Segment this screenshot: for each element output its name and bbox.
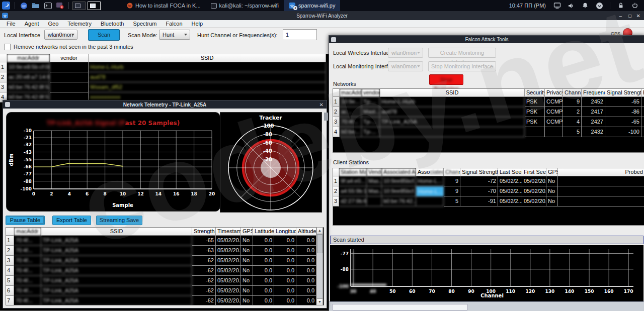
scan-mode-select[interactable]: Hunt — [159, 30, 190, 40]
table-cell[interactable]: 05/02/2... — [498, 186, 522, 196]
table-cell[interactable]: 0.0 — [296, 266, 316, 276]
table-cell[interactable]: -65 — [605, 97, 641, 107]
row-header[interactable]: 2 — [333, 186, 339, 196]
workspace-1[interactable] — [72, 2, 86, 10]
table-cell[interactable] — [641, 97, 644, 107]
column-header[interactable]: Signal Strength — [605, 89, 641, 97]
table-cell[interactable]: 05/02/20... — [216, 246, 241, 256]
table-cell[interactable]: 05/02/20... — [522, 176, 546, 186]
table-cell[interactable]: No — [546, 196, 558, 206]
row-header[interactable]: 1 — [0, 62, 7, 72]
row-header[interactable]: 3 — [333, 196, 339, 206]
row-header[interactable]: 3 — [333, 117, 340, 127]
table-cell[interactable]: 9f:a4:e0... — [339, 176, 367, 186]
display-icon[interactable] — [552, 1, 562, 10]
table-cell[interactable]: 0.0 — [296, 256, 316, 266]
table-cell[interactable]: 70:4f... — [14, 236, 41, 246]
table-cell[interactable]: 70:4f... — [14, 246, 41, 256]
table-cell[interactable]: 0.0 — [274, 236, 296, 246]
export-table-button[interactable]: Export Table — [52, 216, 91, 225]
table-cell[interactable] — [380, 127, 525, 137]
column-header[interactable]: SSID — [89, 54, 326, 62]
column-header[interactable]: Last Seen — [498, 168, 522, 176]
table-cell[interactable]: -70 — [460, 186, 498, 196]
row-header[interactable]: 1 — [6, 236, 14, 246]
remove-networks-checkbox[interactable] — [4, 44, 11, 50]
table-cell[interactable]: -62 — [192, 256, 216, 266]
column-header[interactable]: Security — [525, 89, 545, 97]
table-cell[interactable]: 4 — [563, 117, 582, 127]
row-header[interactable]: 1 — [333, 97, 340, 107]
table-cell[interactable]: 5 — [563, 127, 582, 137]
menu-item-bluetooth[interactable]: Bluetooth — [96, 21, 128, 27]
table-cell[interactable]: TP-Link_A25A — [41, 236, 192, 246]
streaming-save-button[interactable]: Streaming Save — [96, 216, 142, 225]
table-cell[interactable] — [641, 127, 644, 137]
table-cell[interactable]: d2:27:9b:6... — [339, 196, 367, 206]
table-cell[interactable]: aud78 — [89, 72, 326, 82]
menu-item-geo[interactable]: Geo — [43, 21, 63, 27]
scan-button[interactable]: Scan — [88, 29, 120, 41]
lock-icon[interactable] — [616, 1, 626, 10]
table-cell[interactable]: -62 — [192, 266, 216, 276]
menu-item-help[interactable]: Help — [187, 21, 208, 27]
table-cell[interactable]: -72 — [460, 176, 498, 186]
menu-item-spectrum[interactable]: Spectrum — [128, 21, 161, 27]
column-header[interactable]: Timestamp — [216, 228, 241, 236]
table-cell[interactable]: 0.0 — [274, 246, 296, 256]
table-cell[interactable]: -100 — [605, 127, 641, 137]
falcon-networks-table[interactable]: macAddrvendorSSIDSecurityPrivacyChannelF… — [333, 88, 644, 153]
table-cell[interactable]: 2432 — [582, 127, 605, 137]
table-cell[interactable]: 9 — [444, 176, 460, 186]
table-cell[interactable]: 0.0 — [253, 266, 274, 276]
table-cell[interactable]: 05/02/20... — [216, 256, 241, 266]
column-header[interactable]: macAddr — [7, 54, 50, 62]
table-cell[interactable]: No — [241, 296, 253, 305]
column-header[interactable]: Privacy — [545, 89, 563, 97]
column-header[interactable]: SSID — [380, 89, 525, 97]
table-cell[interactable]: 2 — [563, 107, 582, 117]
row-header[interactable]: 7 — [6, 296, 14, 305]
table-cell[interactable]: 70:4f... — [14, 296, 41, 305]
table-cell[interactable]: aud78 — [380, 107, 525, 117]
scroll-thumb[interactable] — [317, 234, 323, 253]
stop-scanning-button[interactable]: Stop Scanning — [429, 74, 463, 85]
table-cell[interactable]: 0.0 — [296, 276, 316, 286]
column-header[interactable] — [6, 228, 14, 236]
close-button[interactable]: ✕ — [319, 102, 324, 108]
column-header[interactable]: Station Mac — [339, 168, 367, 176]
column-header[interactable]: SSID — [41, 228, 192, 236]
table-cell[interactable] — [558, 176, 644, 186]
volume-icon[interactable] — [566, 1, 576, 10]
table-cell[interactable]: TP-Link_A25A — [380, 117, 525, 127]
row-header[interactable]: 4 — [333, 127, 340, 137]
table-cell[interactable]: 0.0 — [253, 236, 274, 246]
menu-item-telemetry[interactable]: Telemetry — [63, 21, 96, 27]
column-header[interactable]: Altitude — [296, 228, 316, 236]
interface-select[interactable]: wlan0mon — [44, 30, 77, 40]
column-header[interactable] — [333, 168, 339, 176]
column-header[interactable]: Longitude — [274, 228, 296, 236]
minimize-button[interactable]: – — [619, 13, 622, 19]
table-cell[interactable]: 05/02/2... — [498, 196, 522, 206]
table-cell[interactable] — [558, 186, 644, 196]
table-cell[interactable]: Home-L... — [416, 176, 444, 186]
telemetry-titlebar[interactable]: Network Telemetry - TP-Link_A25A ✕ — [3, 100, 327, 109]
table-cell[interactable]: 70:4f... — [14, 276, 41, 286]
table-cell[interactable]: 05/02/20... — [522, 196, 546, 206]
table-cell[interactable]: ac:20:e8:a7:14:9e — [7, 72, 50, 82]
column-header[interactable]: Channel — [563, 89, 582, 97]
table-cell[interactable]: TP-Link_A25A — [41, 296, 192, 305]
table-cell[interactable] — [558, 196, 644, 206]
row-header[interactable]: 2 — [333, 107, 340, 117]
power-icon[interactable] — [630, 1, 640, 10]
table-cell[interactable]: 05/02/2... — [498, 176, 522, 186]
pause-table-button[interactable]: Pause Table — [6, 216, 45, 225]
table-cell[interactable]: TP-Link_A25A — [41, 276, 192, 286]
table-cell[interactable]: 05/02/20... — [216, 236, 241, 246]
column-header[interactable]: Associated SSID — [416, 168, 444, 176]
updates-icon[interactable] — [594, 1, 604, 10]
column-header[interactable] — [333, 89, 340, 97]
menu-item-falcon[interactable]: Falcon — [162, 21, 187, 27]
media-icon[interactable] — [55, 1, 65, 10]
